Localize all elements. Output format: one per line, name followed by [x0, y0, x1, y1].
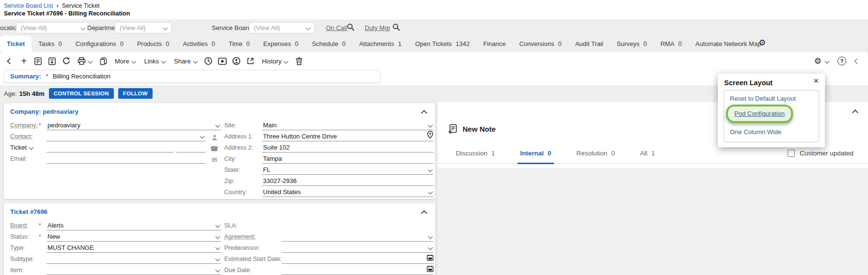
calendar-icon[interactable] — [427, 254, 434, 262]
phone-type-dropdown[interactable]: Ticket — [10, 144, 46, 153]
state-input[interactable]: FL — [262, 164, 434, 175]
agreement-label[interactable]: Agreement: — [224, 233, 281, 242]
country-input[interactable]: United States — [262, 186, 434, 197]
close-icon[interactable]: × — [813, 76, 819, 85]
search-icon[interactable] — [347, 23, 355, 31]
tab-activities[interactable]: Activities0 — [176, 36, 222, 52]
contact-person-icon[interactable] — [208, 134, 221, 141]
tab-automate-network-map[interactable]: Automate Network Map — [689, 36, 768, 52]
zip-input[interactable]: 33027-2936 — [262, 175, 434, 186]
tab-open-tickets[interactable]: Open Tickets1342 — [408, 36, 477, 52]
tab-settings-gear-icon[interactable]: ⚙ — [759, 39, 766, 47]
add-icon[interactable]: + — [17, 54, 31, 68]
summary-label: Summary: — [10, 73, 41, 80]
contact-card-icon[interactable] — [230, 54, 244, 68]
calendar-icon[interactable] — [427, 265, 434, 274]
new-note-button[interactable]: New Note — [448, 124, 496, 134]
delete-trash-icon[interactable] — [292, 54, 306, 68]
notes-tab-resolution[interactable]: Resolution 0 — [564, 143, 627, 164]
customer-updated-checkbox[interactable] — [788, 150, 795, 157]
subtype-input[interactable] — [46, 253, 221, 264]
phone-icon[interactable]: ☎ — [208, 145, 221, 153]
tab-rma[interactable]: RMA0 — [653, 36, 688, 52]
tab-audit-trail[interactable]: Audit Trail — [568, 36, 610, 52]
duty-mgr-link[interactable]: Duty Mgr — [365, 24, 390, 31]
estimated-start-date-input[interactable] — [281, 253, 434, 264]
on-call-link[interactable]: On Call — [326, 24, 347, 31]
tab-tasks[interactable]: Tasks0 — [31, 36, 68, 52]
email-input[interactable] — [46, 153, 205, 164]
zip-value: 33027-2936 — [263, 177, 296, 184]
collapse-pod-icon[interactable] — [421, 210, 427, 216]
follow-button[interactable]: FOLLOW — [118, 88, 153, 99]
open-in-new-window-icon[interactable] — [244, 54, 258, 68]
tab-attachments[interactable]: Attachments1 — [352, 36, 408, 52]
tab-surveys[interactable]: Surveys0 — [610, 36, 653, 52]
status-input[interactable]: New — [46, 230, 221, 242]
copy-icon[interactable] — [96, 54, 110, 68]
notes-tab-discussion[interactable]: Discussion 1 — [443, 143, 508, 164]
address2-input[interactable]: Suite 102 — [262, 141, 434, 153]
contact-input[interactable] — [46, 130, 205, 141]
screen-connect-icon[interactable] — [216, 54, 230, 68]
board-input[interactable]: Alerts — [46, 219, 221, 230]
map-pin-icon[interactable] — [427, 131, 434, 140]
tab-ticket[interactable]: Ticket — [0, 36, 31, 52]
one-column-wide-link[interactable]: One Column Wide — [730, 128, 781, 136]
tab-schedule[interactable]: Schedule0 — [305, 36, 352, 52]
tab-label: Finance — [483, 40, 506, 47]
contact-label[interactable]: Contact: — [10, 133, 39, 141]
service-board-filter-dropdown[interactable]: (View All) — [249, 22, 315, 33]
address1-input[interactable]: Three Hutton Centre Drive — [262, 130, 434, 141]
collapse-panel-icon[interactable] — [854, 58, 860, 64]
share-menu-button[interactable]: Share — [170, 54, 202, 68]
notes-tab-all[interactable]: All 1 — [627, 143, 667, 164]
site-input[interactable]: Main — [262, 119, 434, 130]
location-filter-dropdown[interactable]: (View All) — [16, 22, 90, 33]
type-input[interactable]: MUST CHANGE — [46, 242, 221, 253]
item-input[interactable] — [46, 264, 221, 275]
summary-input[interactable]: Summary: * Billing Reconciliation — [4, 70, 381, 83]
tab-finance[interactable]: Finance — [477, 36, 512, 52]
tab-expenses[interactable]: Expenses0 — [257, 36, 305, 52]
phone-extension-input[interactable] — [176, 141, 205, 153]
back-icon[interactable] — [3, 54, 17, 68]
layout-settings-button[interactable]: ⚙ — [814, 56, 829, 66]
search-icon[interactable] — [392, 23, 400, 31]
tab-configurations[interactable]: Configurations0 — [69, 36, 130, 52]
city-input[interactable]: Tampa — [262, 153, 434, 164]
more-menu-button[interactable]: More — [110, 54, 140, 68]
predecessor-input[interactable] — [281, 242, 434, 253]
company-input[interactable]: pedroaviary — [46, 119, 221, 130]
collapse-pod-icon[interactable] — [852, 109, 858, 116]
reset-default-layout-link[interactable]: Reset to Default Layout — [730, 95, 796, 102]
save-and-close-icon[interactable] — [45, 54, 59, 68]
time-clock-icon[interactable] — [202, 54, 216, 68]
refresh-icon[interactable] — [59, 54, 73, 68]
history-menu-button[interactable]: History — [258, 54, 292, 68]
age-value: 15h 48m — [19, 90, 45, 97]
tab-products[interactable]: Products0 — [130, 36, 176, 52]
control-session-button[interactable]: CONTROL SESSION — [49, 88, 114, 99]
agreement-input[interactable] — [281, 230, 434, 242]
links-menu-button[interactable]: Links — [140, 54, 170, 68]
country-label: Country: — [224, 189, 262, 197]
phone-input[interactable] — [46, 141, 173, 153]
board-label[interactable]: Board: — [10, 222, 39, 230]
notes-tab-internal[interactable]: Internal 0 — [508, 143, 564, 164]
company-label[interactable]: Company: — [10, 122, 39, 130]
tab-count: 1 — [398, 40, 402, 47]
collapse-pod-icon[interactable] — [421, 110, 427, 116]
print-button[interactable] — [73, 54, 96, 68]
item-label: Item: — [10, 267, 39, 275]
help-icon[interactable]: ? — [837, 57, 846, 65]
due-date-input[interactable] — [281, 264, 434, 275]
customer-updated-label: Customer updated — [800, 150, 853, 157]
pod-configuration-link[interactable]: Pod Configuration — [734, 110, 785, 117]
tab-time[interactable]: Time0 — [222, 36, 257, 52]
breadcrumb-service-board-list-link[interactable]: Service Board List — [4, 2, 53, 9]
save-icon[interactable] — [31, 54, 45, 68]
department-filter-dropdown[interactable]: (View All) — [115, 22, 172, 33]
tab-conversions[interactable]: Conversions0 — [512, 36, 569, 52]
email-envelope-icon[interactable]: ✉ — [208, 156, 221, 164]
